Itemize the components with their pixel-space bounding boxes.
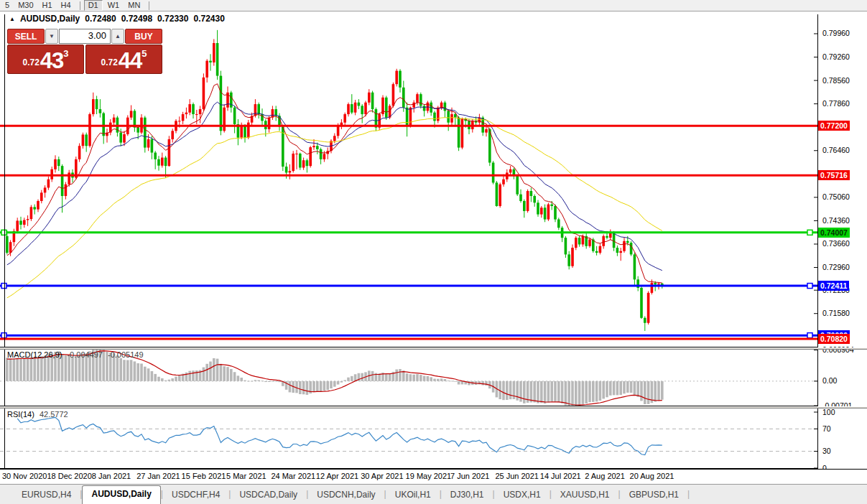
tab-usdx-h1[interactable]: USDX,H1 — [495, 487, 550, 504]
macd-histogram-bar — [537, 381, 539, 403]
date-label: 30 Apr 2021 — [361, 472, 403, 480]
macd-histogram-bar — [433, 379, 436, 381]
date-label: 14 Jul 2021 — [540, 472, 581, 480]
macd-histogram-bar — [485, 381, 488, 386]
macd-histogram-bar — [126, 360, 129, 381]
candle-body — [537, 202, 539, 214]
macd-histogram-bar — [592, 381, 595, 402]
tab-eurusd-h4[interactable]: EURUSD,H4 — [13, 487, 80, 504]
candle-body — [33, 207, 36, 209]
candle-body — [540, 207, 543, 214]
price-tick-label: 0.76460 — [822, 146, 850, 154]
line-anchor-handle[interactable] — [807, 333, 812, 338]
timeframe-button-m30[interactable]: M30 — [14, 1, 37, 10]
candle-body — [516, 176, 519, 195]
candle-body — [447, 111, 450, 122]
volume-decrease-button[interactable]: ▼ — [45, 29, 58, 44]
macd-histogram-bar — [565, 381, 567, 406]
tab-audusd-daily[interactable]: AUDUSD,Daily — [82, 485, 160, 504]
candle-body — [630, 243, 633, 254]
candle-body — [47, 179, 50, 188]
rsi-chart-pane[interactable] — [0, 409, 817, 469]
tab-usdchf-h4[interactable]: USDCHF,H4 — [163, 487, 228, 504]
candle-body — [157, 159, 160, 166]
candle-body — [402, 88, 405, 108]
collapse-arrow-icon[interactable]: ▲ — [9, 16, 15, 22]
tab-ukoil-h1[interactable]: UKOil,H1 — [386, 487, 440, 504]
macd-histogram-bar — [567, 381, 570, 406]
candle-body — [295, 154, 298, 154]
macd-histogram-bar — [571, 381, 574, 406]
candle-body — [171, 131, 174, 139]
candle-body — [375, 109, 378, 128]
macd-histogram-bar — [437, 379, 440, 381]
pane-splitter[interactable] — [0, 406, 867, 409]
timeframe-button-mn[interactable]: MN — [124, 1, 144, 10]
toolbar-divider — [149, 1, 149, 10]
macd-histogram-bar — [161, 378, 164, 381]
candle-body — [268, 118, 271, 129]
candle-body — [144, 118, 147, 148]
candle-body — [502, 179, 505, 185]
timeframe-button-w1[interactable]: W1 — [104, 1, 124, 10]
macd-histogram-bar — [523, 381, 526, 403]
macd-histogram-bar — [444, 379, 447, 381]
timeframe-button-d1[interactable]: D1 — [84, 0, 103, 11]
macd-histogram-bar — [151, 371, 154, 381]
macd-histogram-bar — [351, 376, 353, 381]
buy-price-tile[interactable]: 0.72 44 5 — [85, 45, 162, 74]
candle-body — [547, 205, 550, 220]
tab-usdcad-daily[interactable]: USDCAD,Daily — [231, 487, 306, 504]
candle-body — [323, 154, 326, 159]
candle-body — [164, 158, 167, 167]
macd-histogram-bar — [544, 381, 547, 403]
tab-usdcnh-daily[interactable]: USDCNH,Daily — [308, 487, 384, 504]
macd-histogram-bar — [261, 381, 264, 381]
macd-histogram-bar — [540, 381, 543, 403]
macd-histogram-bar — [68, 356, 70, 381]
macd-histogram-bar — [644, 381, 646, 404]
sell-button[interactable]: SELL — [7, 29, 45, 44]
one-click-trade-panel: SELL ▼ 3.00 ▲ BUY 0.72 43 3 0.72 44 5 — [7, 29, 162, 74]
candle-body — [247, 123, 250, 138]
candle-body — [209, 61, 212, 62]
timeframe-button-h1[interactable]: H1 — [39, 1, 56, 10]
volume-input[interactable]: 3.00 — [59, 29, 111, 44]
pane-splitter[interactable] — [0, 347, 867, 350]
macd-histogram-bar — [557, 381, 560, 402]
candle-body — [364, 103, 367, 114]
candle-body — [161, 158, 164, 166]
ohlc-low: 0.72330 — [157, 14, 188, 24]
candle-body — [136, 128, 139, 133]
line-anchor-handle[interactable] — [807, 230, 812, 235]
price-tick-label: 0.73660 — [822, 239, 850, 248]
sell-price-tile[interactable]: 0.72 43 3 — [7, 45, 84, 74]
macd-histogram-bar — [16, 358, 19, 381]
macd-histogram-bar — [274, 381, 277, 382]
price-axis-column[interactable]: 0.799600.792600.785600.778600.764600.750… — [817, 14, 867, 483]
rsi-line — [17, 417, 662, 454]
price-tick-label: 0.79260 — [822, 52, 850, 61]
macd-histogram-bar — [468, 381, 470, 386]
tab-gbpusd-h1[interactable]: GBPUSD,H1 — [621, 487, 687, 504]
tab-xauusd-h1[interactable]: XAUUSD,H1 — [552, 487, 618, 504]
date-axis-row[interactable]: 30 Nov 202018 Dec 20208 Jan 202127 Jan 2… — [0, 469, 867, 484]
buy-button[interactable]: BUY — [125, 29, 162, 44]
price-line-label-0.74007: 0.74007 — [818, 228, 850, 238]
timeframe-button-5[interactable]: 5 — [1, 1, 13, 10]
price-line-label-0.72411: 0.72411 — [818, 281, 849, 291]
chart-title: ▲ AUDUSD,Daily 0.72480 0.72498 0.72330 0… — [9, 14, 225, 24]
price-line-label-0.70820: 0.70820 — [818, 334, 850, 344]
date-label: 18 Dec 2020 — [47, 472, 91, 480]
volume-increase-button[interactable]: ▲ — [111, 29, 124, 44]
macd-histogram-bar — [40, 356, 43, 381]
candle-body — [647, 293, 650, 323]
candle-body — [316, 146, 319, 149]
candle-body — [626, 241, 629, 243]
line-anchor-handle[interactable] — [807, 284, 812, 289]
timeframe-button-h4[interactable]: H4 — [57, 1, 75, 10]
tab-dj30-h1[interactable]: DJ30,H1 — [442, 487, 493, 504]
candle-body — [392, 84, 395, 106]
price-line-label-0.75716: 0.75716 — [818, 170, 850, 180]
macd-histogram-bar — [188, 371, 191, 381]
